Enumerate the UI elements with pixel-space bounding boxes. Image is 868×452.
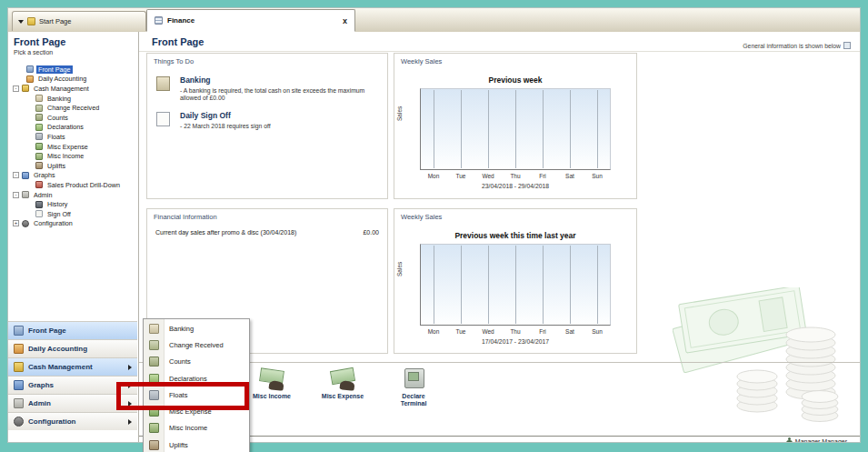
chart-date-range: 17/04/2017 - 23/04/2017 — [418, 338, 613, 345]
tree-item[interactable]: Declarations — [8, 123, 137, 133]
tree-item[interactable]: History — [8, 199, 137, 209]
menu-item-label: Banking — [169, 325, 194, 333]
day-label: Sat — [556, 173, 584, 179]
nav-button[interactable]: Daily Accounting — [8, 339, 137, 357]
tab-finance[interactable]: Finance x — [146, 9, 355, 32]
things-to-do-panel: Things To Do Banking - A banking is requ… — [146, 53, 388, 199]
tab-start-page[interactable]: Start Page — [12, 11, 146, 31]
menu-item[interactable]: Counts — [144, 354, 249, 370]
finance-tab-icon — [155, 16, 163, 25]
admin-icon — [22, 191, 29, 198]
day-label: Sat — [556, 328, 584, 335]
chart-day-column: Tue — [447, 88, 474, 185]
tree-item[interactable]: Sign Off — [8, 209, 137, 219]
day-label: Mon — [420, 173, 447, 179]
chart-day-column: Wed — [474, 88, 502, 185]
change-received-icon — [35, 105, 43, 112]
finance-window: Start Page Finance x Front Page Pick a s… — [7, 7, 861, 443]
chart-day-column: Fri — [529, 88, 556, 185]
submenu-arrow-icon — [128, 419, 132, 425]
tree-item[interactable]: - Admin — [8, 190, 137, 200]
chart-gridline — [434, 90, 434, 168]
chart-gridline — [597, 246, 598, 324]
todo-item[interactable]: Daily Sign Off - 22 March 2018 requires … — [155, 111, 382, 130]
shortcut-button[interactable]: Misc Expense — [308, 367, 377, 400]
chart-gridline — [434, 246, 434, 324]
tree-item[interactable]: Front Page — [8, 65, 137, 75]
graphs-icon — [14, 380, 24, 390]
nav-button[interactable]: Cash Management — [8, 357, 137, 376]
financial-row: Current day sales after promo & disc (30… — [155, 229, 379, 236]
tree-expander-icon[interactable]: - — [13, 85, 19, 92]
chart-gridline — [543, 246, 544, 324]
tab-start-page-label: Start Page — [39, 17, 71, 25]
menu-item[interactable]: Banking — [144, 320, 249, 336]
todo-item[interactable]: Banking - A banking is required, the tot… — [155, 75, 382, 103]
nav-button[interactable]: Front Page — [8, 321, 137, 339]
front-page-icon — [14, 326, 24, 336]
tree-item[interactable]: Sales Product Drill-Down — [8, 180, 137, 190]
tree-item-label: Daily Accounting — [36, 75, 88, 83]
start-page-icon — [27, 17, 35, 25]
menu-item-label: Misc Income — [169, 424, 207, 432]
tree-item[interactable]: Daily Accounting — [8, 75, 137, 85]
tree-expander-icon[interactable]: - — [13, 192, 19, 198]
tree-item[interactable]: - Cash Management — [8, 84, 137, 94]
configuration-icon — [14, 417, 24, 427]
tree-item[interactable]: Counts — [8, 113, 137, 123]
menu-item[interactable]: Misc Income — [144, 420, 249, 437]
chart-gridline — [461, 246, 462, 324]
todo-item-title: Daily Sign Off — [180, 111, 382, 120]
sales-product-drill-down-icon — [35, 181, 43, 188]
misc-income-icon — [257, 367, 286, 391]
sidebar-title: Front Page — [8, 32, 138, 48]
tree-item[interactable]: - Graphs — [8, 171, 137, 181]
menu-item-label: Counts — [169, 357, 191, 366]
tree-item[interactable]: Uplifts — [8, 161, 137, 171]
tree-item[interactable]: Change Received — [8, 103, 137, 113]
tree-item-label: History — [45, 200, 69, 208]
tree-item[interactable]: + Configuration — [8, 219, 137, 229]
tree-expander-icon[interactable]: - — [13, 172, 19, 178]
history-icon — [35, 201, 43, 208]
tree-item[interactable]: Banking — [8, 94, 137, 104]
misc-income-icon — [149, 423, 159, 433]
nav-button-label: Admin — [28, 399, 51, 407]
chart-gridline — [488, 246, 489, 324]
sidebar-subtitle: Pick a section — [8, 48, 138, 56]
chart-gridline — [488, 90, 489, 168]
chart-title: Previous week this time last year — [418, 231, 613, 240]
page-title: Front Page — [152, 36, 204, 47]
tree-item[interactable]: Misc Income — [8, 151, 137, 161]
cash-management-icon — [14, 362, 24, 372]
menu-item[interactable]: Change Received — [144, 336, 249, 353]
counts-icon — [35, 114, 43, 121]
tree-expander-icon[interactable]: + — [13, 220, 19, 226]
info-panel-icon[interactable] — [843, 42, 851, 49]
tab-dropdown-icon[interactable] — [18, 20, 24, 24]
screenshot-frame: Start Page Finance x Front Page Pick a s… — [0, 0, 868, 452]
chart-gridline — [570, 90, 571, 168]
tree-item-label: Counts — [45, 114, 70, 122]
chart-day-column: Sun — [584, 244, 611, 340]
tree-item-label: Floats — [45, 133, 67, 141]
tab-close-icon[interactable]: x — [343, 16, 347, 25]
menu-item[interactable]: Uplifts — [144, 437, 249, 452]
misc-expense-icon — [35, 143, 43, 150]
tree-item-label: Change Received — [45, 104, 101, 112]
shortcut-button[interactable]: Declare Terminal — [392, 367, 435, 408]
tree-item[interactable]: Floats — [8, 132, 137, 142]
day-label: Wed — [474, 173, 502, 179]
banking-icon — [149, 324, 159, 334]
day-label: Thu — [502, 173, 529, 179]
chart-gridline — [570, 246, 571, 324]
tab-finance-label: Finance — [167, 16, 195, 25]
tree-item-label: Sales Product Drill-Down — [45, 181, 122, 189]
chart-gridline — [515, 246, 516, 324]
nav-button[interactable]: Configuration — [8, 412, 137, 430]
financial-information-title: Financial Information — [154, 213, 217, 221]
tree-item[interactable]: Misc Expense — [8, 142, 137, 152]
todo-item-title: Banking — [180, 75, 382, 85]
tree-item-label: Sign Off — [45, 210, 73, 218]
menu-item-label: Change Received — [169, 341, 224, 349]
